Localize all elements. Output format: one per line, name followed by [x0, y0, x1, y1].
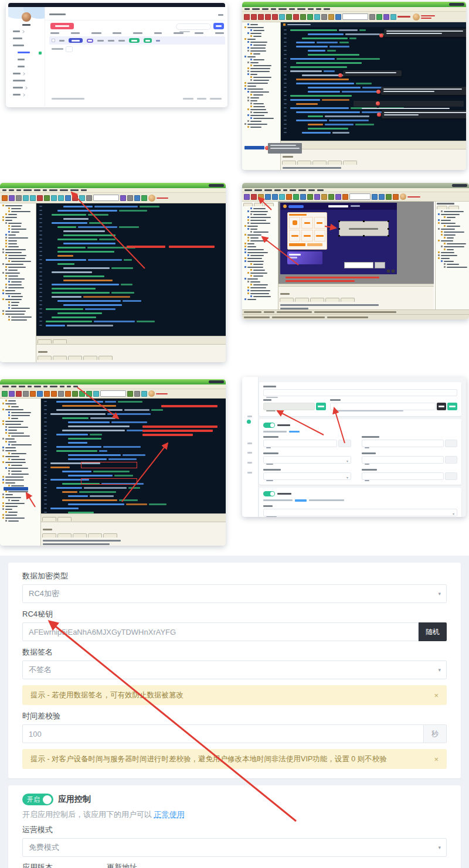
toggle-knob: [43, 795, 52, 804]
close-icon[interactable]: ×: [434, 691, 439, 700]
tree-item: [8, 210, 36, 212]
mini-sidebar: [242, 377, 259, 517]
settings-card: ▾ ▾: [259, 419, 461, 485]
tree-item: [247, 287, 278, 288]
normal-use-link[interactable]: 正常使用: [154, 810, 185, 819]
dark-button-mini: [437, 403, 446, 410]
tree-item: [8, 464, 40, 466]
doc-tab-strip: [36, 339, 226, 344]
code-line: [39, 279, 226, 281]
ide-menubar: [242, 188, 469, 192]
screenshot-admin-panel: [6, 3, 227, 107]
ide-toolbar: [0, 193, 226, 203]
code-line: [39, 222, 226, 224]
annotation-tooltip: [343, 70, 402, 76]
code-line: [39, 209, 226, 212]
sidebar-item: [18, 52, 30, 53]
admin-window: [8, 7, 225, 106]
property-item: [441, 210, 468, 212]
window-buttons: [449, 3, 464, 6]
tree-item: [8, 281, 36, 282]
tree-item: [247, 23, 280, 25]
tree-item: [5, 243, 36, 244]
code-line: [284, 78, 466, 80]
property-item: [444, 249, 468, 250]
tree-item: [247, 292, 278, 294]
code-line: [39, 324, 226, 326]
sidebar-item: [13, 30, 30, 32]
signature-alert: 提示 - 若使用数据签名，可有效防止数据被篡改 ×: [22, 685, 447, 705]
tree-item: [2, 496, 40, 498]
code-editor: [281, 27, 466, 141]
tree-item: [2, 461, 40, 463]
tree-item: [5, 254, 36, 256]
avatar: [22, 12, 31, 22]
tree-item: [5, 246, 36, 247]
code-line: [39, 287, 226, 290]
output-panel: [41, 522, 226, 546]
code-line: [44, 470, 226, 472]
tree-item: [247, 237, 278, 239]
username-text: [22, 24, 30, 26]
code-line: [39, 238, 226, 240]
property-item: [438, 251, 468, 253]
tree-item: [5, 266, 36, 268]
tree-item: [244, 298, 278, 300]
time-check-input[interactable]: [22, 724, 424, 743]
tree-item: [5, 511, 40, 513]
signature-select[interactable]: 不签名 ▾: [22, 661, 447, 679]
close-icon[interactable]: ×: [434, 755, 439, 764]
code-line: [44, 503, 226, 505]
resize-icon: [392, 270, 395, 273]
gray-tooltip: [268, 143, 302, 154]
sidebar-item: [13, 80, 30, 81]
tree-item: [247, 216, 278, 218]
window-buttons: [452, 184, 467, 187]
annotation-dot: [376, 101, 380, 105]
code-line: [39, 308, 226, 310]
code-line: [44, 433, 226, 435]
settings-card: [259, 382, 461, 416]
tree-item: [244, 82, 280, 84]
code-line: [39, 258, 226, 261]
encryption-type-select[interactable]: RC4加密 ▾: [22, 584, 447, 603]
tree-item: [5, 432, 40, 434]
rc4-key-input[interactable]: [22, 622, 419, 641]
tree-item: [247, 120, 280, 122]
app-control-toggle[interactable]: 开启: [22, 794, 53, 805]
tree-item: [8, 417, 40, 419]
footer-link: [183, 98, 193, 100]
tree-item: [2, 450, 40, 451]
tree-item: [8, 499, 40, 501]
divider: [45, 20, 225, 21]
code-line: [284, 66, 466, 68]
properties-panel: [435, 202, 469, 309]
app-control-desc: 开启应用控制后，该应用下的用户可以 正常使用: [22, 809, 447, 820]
mode-select[interactable]: 免费模式 ▾: [22, 838, 447, 857]
version-field: 应用版本: [22, 862, 98, 868]
output-panel: [36, 344, 226, 362]
code-editor: [36, 203, 226, 336]
random-key-button[interactable]: 随机: [419, 622, 447, 641]
annotation-dot: [338, 73, 342, 77]
tree-item: [244, 251, 278, 253]
tree-item: [247, 41, 280, 43]
tree-item: [244, 225, 278, 227]
code-line: [39, 320, 226, 322]
user-avatar: [400, 193, 406, 200]
tree-item: [2, 219, 36, 221]
tree-item: [250, 231, 278, 233]
tree-item: [5, 257, 36, 259]
encryption-card: 数据加密类型 RC4加密 ▾ RC4秘钥 随机 数据签名 不签名 ▾ 提示 - …: [8, 563, 461, 778]
property-item: [438, 219, 468, 221]
tree-item: [247, 210, 278, 212]
resize-icon: [387, 270, 390, 273]
property-item: [438, 254, 468, 256]
mode-label: 运营模式: [22, 825, 447, 835]
ide-menubar: [0, 384, 226, 389]
tree-item: [247, 219, 278, 221]
tree-item: [244, 26, 280, 28]
tree-item: [5, 213, 36, 215]
window-buttons: [209, 380, 224, 383]
annotation-tooltip: [382, 110, 466, 118]
